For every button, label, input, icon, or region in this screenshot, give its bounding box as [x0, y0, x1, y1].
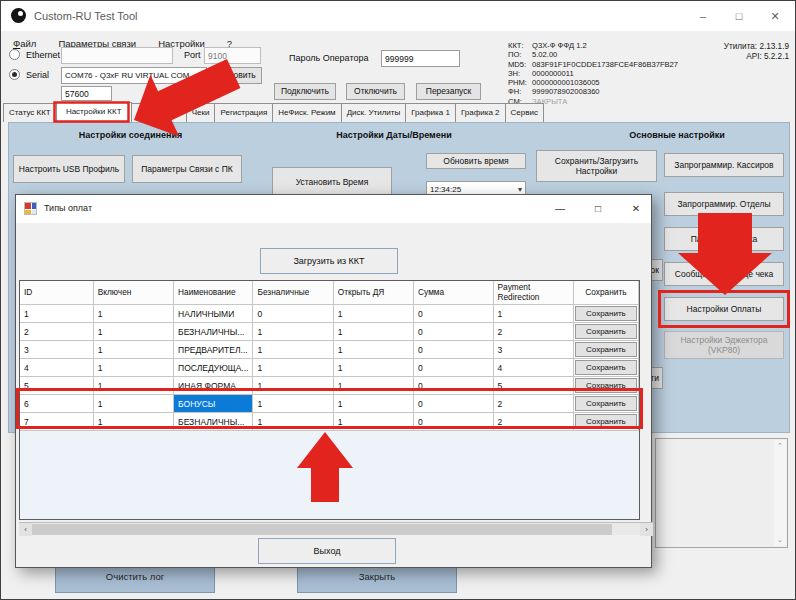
cell-redirection[interactable]: 2 — [494, 413, 574, 431]
ethernet-address-input[interactable] — [61, 47, 173, 64]
refresh-time-button[interactable]: Обновить время — [426, 153, 526, 169]
scroll-right-icon[interactable]: › — [640, 523, 653, 536]
cell-name[interactable]: ПРЕДВАРИТЕЛ... — [174, 341, 253, 359]
cell-sum[interactable]: 0 — [414, 377, 493, 395]
table-row[interactable]: 21БЕЗНАЛИЧНЫ...1102Сохранить — [20, 323, 639, 341]
pc-link-params-button[interactable]: Параметры Связи с ПК — [132, 155, 242, 183]
table-horizontal-scrollbar[interactable]: ‹ › — [19, 522, 653, 535]
column-header[interactable]: ID — [20, 281, 94, 305]
com-port-select[interactable]: COM76 - Q3xF RU VIRTUAL COM ∨ — [61, 67, 207, 84]
restart-button[interactable]: Перезапуск — [416, 83, 481, 100]
cell-id[interactable]: 7 — [20, 413, 94, 431]
program-departments-button[interactable]: Запрограммир. Отделы — [664, 192, 784, 216]
cell-sum[interactable]: 0 — [414, 359, 493, 377]
cell-id[interactable]: 4 — [20, 359, 94, 377]
cell-redirection[interactable]: 5 — [494, 377, 574, 395]
cell-redirection[interactable]: 3 — [494, 341, 574, 359]
cell-sum[interactable]: 0 — [414, 323, 493, 341]
cell-enabled[interactable]: 1 — [94, 395, 174, 413]
scrollbar-thumb[interactable] — [32, 524, 612, 535]
cell-id[interactable]: 5 — [20, 377, 94, 395]
dialog-close-button[interactable]: ✕ — [623, 195, 649, 223]
dialog-exit-button[interactable]: Выход — [258, 538, 396, 564]
tab-Графика 1[interactable]: Графика 1 — [405, 103, 456, 122]
window-maximize-button[interactable]: □ — [721, 1, 757, 31]
cell-redirection[interactable]: 2 — [494, 395, 574, 413]
set-time-button[interactable]: Установить Время — [272, 167, 392, 197]
cell-open_drawer[interactable]: 1 — [334, 323, 414, 341]
cell-redirection[interactable]: 2 — [494, 323, 574, 341]
table-row[interactable]: 71БЕЗНАЛИЧНЫ...1102Сохранить — [20, 413, 639, 431]
dialog-titlebar[interactable]: Типы оплат — □ ✕ — [16, 195, 651, 223]
cell-open_drawer[interactable]: 1 — [334, 359, 414, 377]
cell-cashless[interactable]: 1 — [253, 359, 333, 377]
cell-enabled[interactable]: 1 — [94, 359, 174, 377]
cell-id[interactable]: 6 — [20, 395, 94, 413]
column-header[interactable]: Сохранить — [574, 281, 639, 305]
cell-name[interactable]: БОНУСЫ — [174, 395, 253, 413]
row-save-button[interactable]: Сохранить — [575, 396, 637, 411]
serial-radio[interactable] — [9, 69, 20, 80]
dialog-minimize-button[interactable]: — — [547, 195, 573, 223]
cell-cashless[interactable]: 1 — [253, 395, 333, 413]
row-save-button[interactable]: Сохранить — [575, 360, 637, 375]
cell-sum[interactable]: 0 — [414, 341, 493, 359]
tab-Статус ККТ[interactable]: Статус ККТ — [3, 103, 57, 122]
receipt-params-button[interactable]: Параметры Чека — [664, 227, 784, 251]
payment-settings-button[interactable]: Настройки Оплаты — [664, 297, 784, 321]
menu-file[interactable]: Файл — [13, 38, 36, 49]
table-row[interactable]: 11НАЛИЧНЫМИ0101Сохранить — [20, 305, 639, 323]
cell-open_drawer[interactable]: 1 — [334, 305, 414, 323]
cell-sum[interactable]: 0 — [414, 395, 493, 413]
receipt-message-button[interactable]: Сообщение в конце чека — [664, 262, 784, 286]
cell-redirection[interactable]: 4 — [494, 359, 574, 377]
save-load-settings-button[interactable]: Сохранить/Загрузить Настройки — [536, 150, 657, 182]
cell-name[interactable]: НАЛИЧНЫМИ — [174, 305, 253, 323]
row-save-button[interactable]: Сохранить — [575, 414, 637, 429]
cell-enabled[interactable]: 1 — [94, 341, 174, 359]
row-save-button[interactable]: Сохранить — [575, 342, 637, 357]
row-save-button[interactable]: Сохранить — [575, 306, 637, 321]
column-header[interactable]: Сумма — [414, 281, 493, 305]
cell-name[interactable]: БЕЗНАЛИЧНЫ... — [174, 323, 253, 341]
cell-open_drawer[interactable]: 1 — [334, 341, 414, 359]
scroll-left-icon[interactable]: ‹ — [19, 523, 32, 536]
cell-cashless[interactable]: 1 — [253, 341, 333, 359]
baud-rate-input[interactable]: 57600 — [61, 86, 112, 101]
row-save-button[interactable]: Сохранить — [575, 378, 637, 393]
cell-open_drawer[interactable]: 1 — [334, 413, 414, 431]
cell-id[interactable]: 3 — [20, 341, 94, 359]
cell-id[interactable]: 2 — [20, 323, 94, 341]
dialog-maximize-button[interactable]: □ — [585, 195, 611, 223]
column-header[interactable]: Наименование — [174, 281, 253, 305]
cell-name[interactable]: ИНАЯ ФОРМА ... — [174, 377, 253, 395]
window-minimize-button[interactable]: – — [685, 1, 721, 31]
refresh-ports-button[interactable]: Обновить — [211, 67, 262, 84]
cell-redirection[interactable]: 1 — [494, 305, 574, 323]
scroll-up-icon[interactable]: ⌃ — [774, 442, 786, 450]
cell-open_drawer[interactable]: 1 — [334, 395, 414, 413]
column-header[interactable]: Включен — [94, 281, 174, 305]
column-header[interactable]: Безналичные — [253, 281, 333, 305]
log-scrollbar[interactable]: ⌃ ⌄ — [774, 440, 786, 546]
cell-open_drawer[interactable]: 1 — [334, 377, 414, 395]
column-header[interactable]: Payment Redirection — [494, 281, 574, 305]
connect-button[interactable]: Подключить — [274, 83, 336, 100]
cell-cashless[interactable]: 1 — [253, 323, 333, 341]
cell-enabled[interactable]: 1 — [94, 323, 174, 341]
row-save-button[interactable]: Сохранить — [575, 324, 637, 339]
load-from-kkt-button[interactable]: Загрузить из ККТ — [260, 248, 398, 274]
cell-cashless[interactable]: 1 — [253, 413, 333, 431]
scroll-down-icon[interactable]: ⌄ — [774, 536, 786, 544]
window-close-button[interactable]: ✕ — [757, 1, 793, 31]
cell-name[interactable]: БЕЗНАЛИЧНЫ... — [174, 413, 253, 431]
tab-Диск. Утилиты[interactable]: Диск. Утилиты — [341, 103, 407, 122]
column-header[interactable]: Открыть ДЯ — [334, 281, 414, 305]
tab-Сервис[interactable]: Сервис — [505, 103, 544, 122]
tab-Графика 2[interactable]: Графика 2 — [455, 103, 506, 122]
table-row[interactable]: 61БОНУСЫ1102Сохранить — [20, 395, 639, 413]
log-output-box[interactable]: ⌃ ⌄ — [655, 438, 788, 548]
ethernet-radio[interactable] — [9, 49, 20, 60]
cell-cashless[interactable]: 1 — [253, 377, 333, 395]
cell-name[interactable]: ПОСЛЕДУЮЩА... — [174, 359, 253, 377]
